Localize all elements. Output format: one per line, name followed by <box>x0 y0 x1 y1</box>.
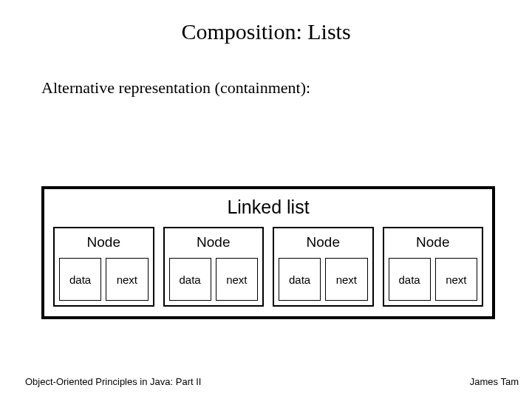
page-title: Composition: Lists <box>0 19 532 44</box>
node-cells: data next <box>165 258 263 305</box>
node-cells: data next <box>384 258 482 305</box>
node-label: Node <box>384 228 482 258</box>
subtitle: Alternative representation (containment)… <box>41 78 310 98</box>
node-label: Node <box>165 228 263 258</box>
node-data-cell: data <box>279 258 321 301</box>
node-cells: data next <box>274 258 372 305</box>
node-next-cell: next <box>435 258 477 301</box>
node-label: Node <box>274 228 372 258</box>
node-next-cell: next <box>106 258 148 301</box>
footer-left: Object-Oriented Principles in Java: Part… <box>25 376 201 387</box>
node-box: Node data next <box>53 227 154 307</box>
node-cells: data next <box>55 258 153 305</box>
node-box: Node data next <box>383 227 484 307</box>
footer-right: James Tam <box>470 376 519 387</box>
slide: Composition: Lists Alternative represent… <box>0 0 532 399</box>
node-data-cell: data <box>169 258 211 301</box>
node-box: Node data next <box>163 227 265 307</box>
linked-list-container: Linked list Node data next Node data nex… <box>41 186 495 319</box>
node-box: Node data next <box>273 227 374 307</box>
node-data-cell: data <box>389 258 431 301</box>
node-data-cell: data <box>59 258 101 301</box>
linked-list-label: Linked list <box>53 197 483 218</box>
node-next-cell: next <box>216 258 258 301</box>
node-label: Node <box>55 228 153 258</box>
nodes-row: Node data next Node data next Node data … <box>53 227 483 307</box>
node-next-cell: next <box>325 258 367 301</box>
